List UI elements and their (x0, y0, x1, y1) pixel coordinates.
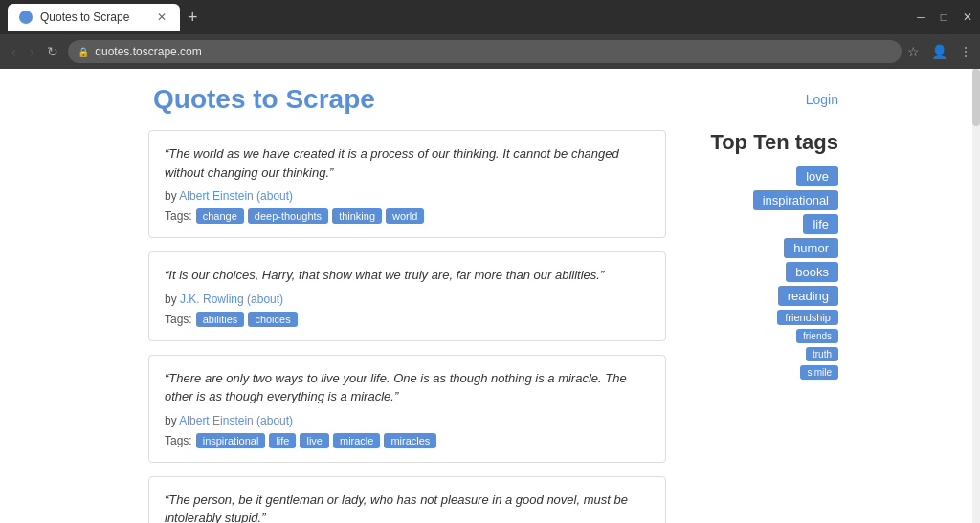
lock-icon: 🔒 (78, 47, 89, 57)
quote-author-link[interactable]: Albert Einstein (179, 189, 253, 203)
tab-title: Quotes to Scrape (40, 11, 147, 24)
tag-badge-life[interactable]: life (269, 433, 296, 448)
close-icon[interactable]: ✕ (963, 11, 972, 24)
sidebar-tag-simile[interactable]: simile (800, 365, 838, 380)
tag-badge-thinking[interactable]: thinking (332, 208, 382, 224)
top-ten-title: Top Ten tags (704, 130, 838, 155)
quote-card: “It is our choices, Harry, that show wha… (148, 251, 666, 341)
site-title: Quotes to Scrape (153, 84, 375, 115)
url-text: quotes.toscrape.com (95, 45, 201, 58)
quote-card: “The world as we have created it is a pr… (148, 130, 666, 238)
sidebar-tag-life[interactable]: life (803, 214, 838, 234)
tag-badge-world[interactable]: world (386, 208, 424, 224)
quote-card: “The person, be it gentleman or lady, wh… (148, 476, 666, 524)
page-content: Quotes to Scrape Login “The world as we … (0, 69, 972, 523)
menu-icon[interactable]: ⋮ (959, 44, 972, 59)
back-button[interactable]: ‹ (8, 42, 20, 61)
forward-button[interactable]: › (26, 42, 38, 61)
browser-titlebar: Quotes to Scrape ✕ + ─ □ ✕ (0, 0, 980, 34)
browser-tab[interactable]: Quotes to Scrape ✕ (8, 4, 180, 31)
quote-tags-line: Tags:changedeep-thoughtsthinkingworld (165, 208, 650, 224)
quote-text: “The world as we have created it is a pr… (165, 144, 650, 182)
sidebar-tag-friends[interactable]: friends (796, 329, 838, 343)
profile-icon[interactable]: 👤 (931, 44, 947, 59)
tag-badge-change[interactable]: change (196, 208, 244, 224)
quote-author-line: by J.K. Rowling (about) (165, 293, 650, 306)
sidebar-tag-reading[interactable]: reading (778, 286, 838, 306)
tag-badge-abilities[interactable]: abilities (196, 312, 245, 327)
address-bar[interactable]: 🔒 quotes.toscrape.com (68, 40, 902, 63)
browser-toolbar: ‹ › ↻ 🔒 quotes.toscrape.com ☆ 👤 ⋮ (0, 34, 980, 69)
quote-about-link[interactable]: (about) (247, 293, 283, 306)
new-tab-button[interactable]: + (180, 8, 206, 28)
tag-badge-inspirational[interactable]: inspirational (196, 433, 266, 448)
sidebar: Top Ten tags loveinspirationallifehumorb… (704, 130, 838, 523)
tags-label: Tags: (165, 313, 192, 326)
quote-tags-line: Tags:abilitieschoices (165, 312, 650, 327)
tab-favicon-icon (19, 11, 33, 24)
maximize-icon[interactable]: □ (941, 11, 947, 24)
window-controls: ─ □ ✕ (917, 11, 972, 24)
quote-tags-line: Tags:inspirationallifelivemiraclemiracle… (165, 433, 650, 448)
quote-text: “There are only two ways to live your li… (165, 369, 650, 406)
scrollbar-thumb[interactable] (972, 69, 980, 126)
quote-author-line: by Albert Einstein (about) (165, 189, 650, 203)
tags-label: Tags: (165, 434, 192, 447)
quote-about-link[interactable]: (about) (256, 189, 293, 203)
sidebar-tag-love[interactable]: love (796, 166, 838, 186)
main-layout: “The world as we have created it is a pr… (0, 130, 972, 523)
quote-author-line: by Albert Einstein (about) (165, 414, 650, 427)
bookmark-icon[interactable]: ☆ (907, 44, 920, 59)
login-link[interactable]: Login (806, 92, 838, 107)
minimize-icon[interactable]: ─ (917, 11, 925, 24)
quote-card: “There are only two ways to live your li… (148, 355, 666, 463)
sidebar-tag-truth[interactable]: truth (806, 347, 838, 361)
svg-point-0 (21, 12, 31, 22)
quotes-column: “The world as we have created it is a pr… (148, 130, 666, 523)
tag-badge-live[interactable]: live (300, 433, 329, 448)
tag-badge-miracle[interactable]: miracle (333, 433, 380, 448)
tag-badge-miracles[interactable]: miracles (384, 433, 436, 448)
refresh-button[interactable]: ↻ (43, 42, 62, 61)
quote-author-link[interactable]: J.K. Rowling (180, 293, 244, 306)
tag-badge-deep-thoughts[interactable]: deep-thoughts (248, 208, 328, 224)
sidebar-tag-inspirational[interactable]: inspirational (753, 190, 838, 210)
scrollbar-track[interactable] (972, 69, 980, 523)
sidebar-tags-list: loveinspirationallifehumorbooksreadingfr… (704, 166, 838, 380)
browser-toolbar-right: ☆ 👤 ⋮ (907, 44, 972, 59)
quote-about-link[interactable]: (about) (256, 414, 293, 427)
quote-text: “It is our choices, Harry, that show wha… (165, 266, 650, 285)
sidebar-tag-humor[interactable]: humor (784, 238, 838, 258)
sidebar-tag-books[interactable]: books (786, 262, 838, 282)
quote-author-link[interactable]: Albert Einstein (179, 414, 253, 427)
sidebar-tag-friendship[interactable]: friendship (777, 310, 838, 325)
tab-close-button[interactable]: ✕ (155, 11, 168, 24)
page-header: Quotes to Scrape Login (0, 69, 972, 130)
tags-label: Tags: (165, 209, 192, 223)
tag-badge-choices[interactable]: choices (248, 312, 297, 327)
quote-text: “The person, be it gentleman or lady, wh… (165, 490, 650, 524)
